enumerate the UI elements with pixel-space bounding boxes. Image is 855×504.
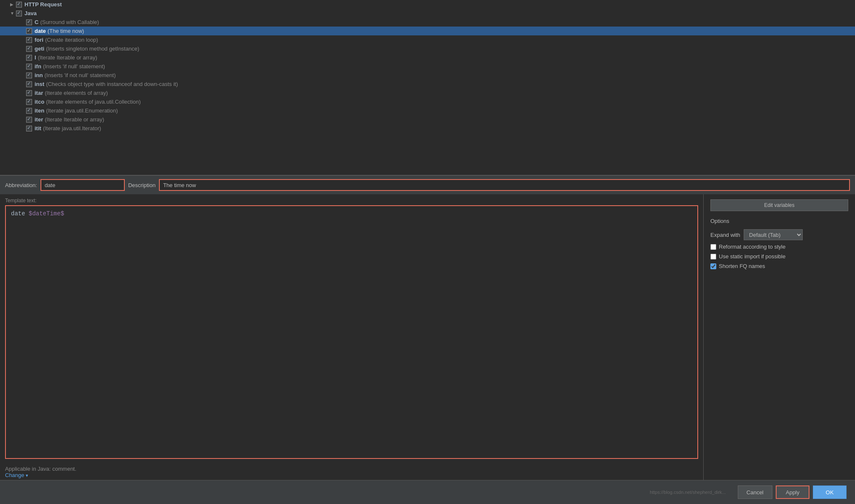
applicable-section: Applicable in Java: comment. Change ▾ — [0, 462, 703, 480]
content-row: Template text: date $dateTime$ Applicabl… — [0, 194, 855, 480]
template-plain-text: date — [11, 210, 29, 217]
checkbox-http-request[interactable] — [16, 2, 22, 8]
cancel-button[interactable]: Cancel — [738, 485, 772, 499]
right-panel: Edit variables Options Expand with Defau… — [703, 194, 855, 480]
tree-item-inst[interactable]: inst (Checks object type with instanceof… — [0, 80, 855, 88]
checkbox-date[interactable] — [26, 28, 32, 34]
item-key: date — [35, 28, 46, 34]
item-desc: (Surround with Callable) — [40, 19, 99, 25]
item-key: itar — [35, 90, 43, 96]
tree-item-fori[interactable]: fori (Create iteration loop) — [0, 35, 855, 44]
status-url: https://blog.csdn.net/shepherd_dirk... — [8, 490, 734, 495]
shorten-fq-label: Shorten FQ names — [719, 263, 765, 269]
tree-item-ifn[interactable]: ifn (Inserts 'if null' statement) — [0, 62, 855, 71]
shorten-fq-checkbox[interactable] — [710, 263, 716, 269]
item-desc: (Iterate java.util.Iterator) — [43, 125, 101, 131]
description-label: Description — [128, 182, 156, 188]
reformat-option-row: Reformat according to style — [710, 244, 848, 250]
item-desc: (Iterate elements of java.util.Collectio… — [46, 99, 141, 105]
tree-item-iter[interactable]: iter (Iterate Iterable or array) — [0, 115, 855, 124]
checkbox-inn[interactable] — [26, 72, 32, 78]
item-key: inn — [35, 72, 43, 78]
shorten-fq-option-row: Shorten FQ names — [710, 263, 848, 269]
checkbox-inst[interactable] — [26, 81, 32, 87]
abbreviation-label: Abbreviation: — [5, 182, 37, 188]
item-key: I — [35, 54, 36, 61]
tree-item-inn[interactable]: inn (Inserts 'if not null' statement) — [0, 71, 855, 80]
item-key: ifn — [35, 63, 41, 70]
item-key: Java — [24, 10, 37, 16]
change-arrow-icon: ▾ — [26, 473, 28, 478]
item-desc: (Iterate elements of array) — [45, 90, 108, 96]
item-desc: (Inserts singleton method getInstance) — [46, 46, 139, 52]
item-desc: (Create iteration loop) — [45, 37, 98, 43]
static-import-label: Use static import if possible — [719, 253, 785, 260]
tree-item-iten[interactable]: iten (Iterate java.util.Enumeration) — [0, 106, 855, 115]
arrow-icon: ▼ — [10, 11, 16, 16]
expand-with-label: Expand with — [710, 232, 740, 238]
item-key: itit — [35, 125, 41, 131]
tree-item-itco[interactable]: itco (Iterate elements of java.util.Coll… — [0, 97, 855, 106]
checkbox-java[interactable] — [16, 11, 22, 16]
abbreviation-input[interactable] — [40, 179, 125, 191]
checkbox-I[interactable] — [26, 55, 32, 61]
fields-row: Abbreviation: Description — [0, 175, 855, 194]
checkbox-fori[interactable] — [26, 37, 32, 43]
template-editor[interactable]: date $dateTime$ — [5, 205, 698, 459]
item-key: iter — [35, 116, 43, 123]
item-key: HTTP Request — [24, 1, 62, 8]
dialog: ▶ HTTP Request ▼ Java C (Surround with C… — [0, 0, 855, 504]
arrow-icon: ▶ — [10, 2, 16, 7]
item-desc: (Checks object type with instanceof and … — [46, 81, 178, 87]
expand-with-row: Expand with Default (Tab) — [710, 229, 848, 240]
item-desc: (Iterate Iterable or array) — [38, 54, 97, 61]
item-key: itco — [35, 99, 44, 105]
item-key: C — [35, 19, 38, 25]
tree-item-java[interactable]: ▼ Java — [0, 9, 855, 18]
checkbox-itar[interactable] — [26, 90, 32, 96]
checkbox-itco[interactable] — [26, 99, 32, 105]
tree-item-I[interactable]: I (Iterate Iterable or array) — [0, 53, 855, 62]
item-key: inst — [35, 81, 44, 87]
item-desc: (Iterate Iterable or array) — [45, 116, 104, 123]
template-label: Template text: — [5, 198, 698, 204]
template-tree[interactable]: ▶ HTTP Request ▼ Java C (Surround with C… — [0, 0, 855, 175]
description-input[interactable] — [159, 179, 850, 191]
item-key: geti — [35, 46, 44, 52]
checkbox-iter[interactable] — [26, 117, 32, 123]
tree-item-date[interactable]: date (The time now) — [0, 27, 855, 35]
template-variable: $dateTime$ — [29, 210, 64, 217]
options-section: Options Expand with Default (Tab) Reform… — [710, 218, 848, 273]
left-content: Template text: date $dateTime$ Applicabl… — [0, 194, 703, 480]
template-section: Template text: date $dateTime$ — [0, 194, 703, 462]
item-desc: (Inserts 'if null' statement) — [43, 63, 105, 70]
checkbox-c[interactable] — [26, 19, 32, 25]
applicable-text: Applicable in Java: comment. — [5, 466, 76, 472]
expand-with-select[interactable]: Default (Tab) — [744, 229, 803, 240]
checkbox-itit[interactable] — [26, 126, 32, 131]
reformat-checkbox[interactable] — [710, 244, 716, 250]
static-import-option-row: Use static import if possible — [710, 253, 848, 260]
checkbox-ifn[interactable] — [26, 64, 32, 70]
static-import-checkbox[interactable] — [710, 254, 716, 260]
item-desc: (The time now) — [48, 28, 84, 34]
checkbox-geti[interactable] — [26, 46, 32, 52]
item-desc: (Iterate java.util.Enumeration) — [46, 107, 118, 114]
ok-button[interactable]: OK — [813, 485, 847, 499]
item-key: fori — [35, 37, 43, 43]
item-key: iten — [35, 107, 44, 114]
tree-item-itit[interactable]: itit (Iterate java.util.Iterator) — [0, 124, 855, 133]
tree-item-geti[interactable]: geti (Inserts singleton method getInstan… — [0, 44, 855, 53]
item-desc: (Inserts 'if not null' statement) — [45, 72, 116, 78]
checkbox-iten[interactable] — [26, 108, 32, 114]
tree-item-http-request[interactable]: ▶ HTTP Request — [0, 0, 855, 9]
change-link[interactable]: Change — [5, 472, 24, 478]
bottom-bar: https://blog.csdn.net/shepherd_dirk... C… — [0, 480, 855, 504]
tree-item-itar[interactable]: itar (Iterate elements of array) — [0, 88, 855, 97]
options-heading: Options — [710, 218, 848, 224]
edit-variables-button[interactable]: Edit variables — [710, 199, 848, 211]
apply-button[interactable]: Apply — [776, 485, 809, 499]
tree-item-c[interactable]: C (Surround with Callable) — [0, 18, 855, 27]
reformat-label: Reformat according to style — [719, 244, 785, 250]
